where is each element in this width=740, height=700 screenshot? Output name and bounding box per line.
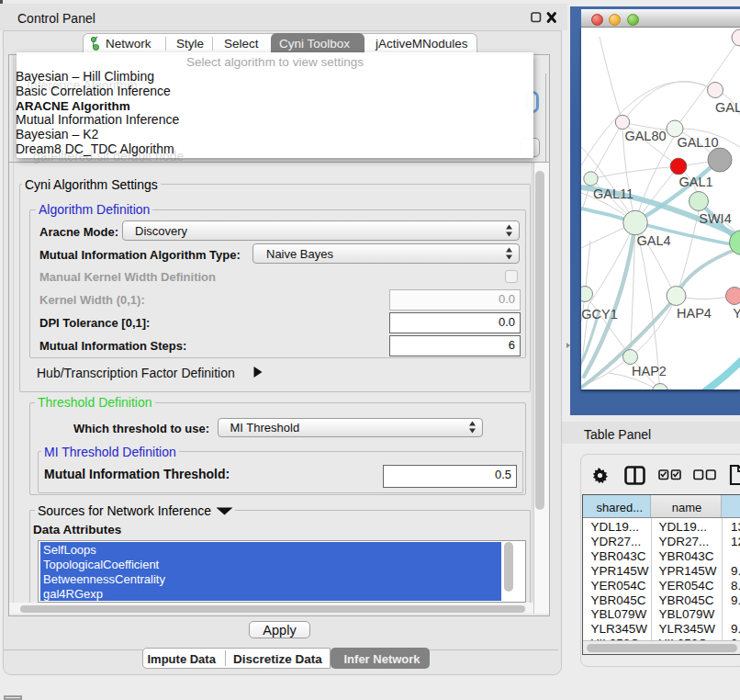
svg-text:GAL4: GAL4: [636, 233, 670, 248]
svg-text:SWI4: SWI4: [699, 211, 731, 226]
svg-text:GAL80: GAL80: [624, 129, 666, 143]
svg-text:Y: Y: [733, 306, 740, 321]
svg-text:HAP2: HAP2: [632, 364, 667, 378]
svg-text:GAL10: GAL10: [677, 135, 718, 150]
svg-text:GAL1: GAL1: [678, 175, 712, 189]
svg-text:GAL11: GAL11: [593, 186, 633, 201]
svg-text:HAP4: HAP4: [677, 306, 712, 321]
svg-text:GCY1: GCY1: [581, 307, 618, 322]
svg-text:GAL: GAL: [715, 100, 740, 115]
